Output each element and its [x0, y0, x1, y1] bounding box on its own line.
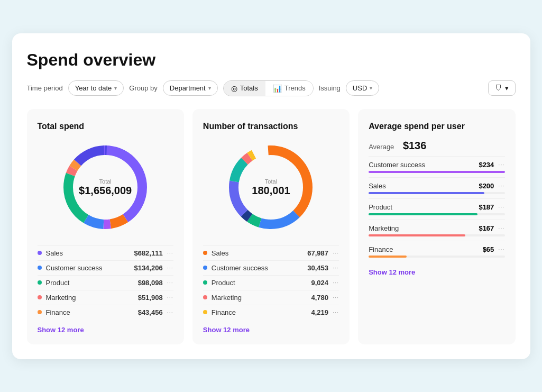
legend-value: $98,098 — [138, 279, 163, 287]
avg-row-val: $234 — [479, 161, 494, 169]
time-period-button[interactable]: Year to date ▾ — [68, 80, 124, 96]
legend-row: Product 9,024 ··· — [203, 275, 339, 290]
legend-more-icon[interactable]: ··· — [167, 250, 173, 256]
avg-row-more-icon[interactable]: ··· — [498, 204, 504, 210]
time-period-label: Time period — [27, 84, 63, 92]
total-spend-donut-label: Total $1,656,009 — [79, 178, 132, 196]
legend-more-icon[interactable]: ··· — [333, 250, 339, 256]
legend-row: Marketing 4,780 ··· — [203, 290, 339, 305]
legend-dot — [203, 251, 207, 255]
legend-name: Finance — [212, 308, 311, 316]
legend-dot — [203, 280, 207, 285]
legend-dot — [203, 266, 207, 270]
legend-more-icon[interactable]: ··· — [333, 309, 339, 315]
legend-more-icon[interactable]: ··· — [167, 265, 173, 271]
total-spend-donut-wrapper: Total $1,656,009 — [38, 140, 173, 235]
legend-more-icon[interactable]: ··· — [333, 294, 339, 300]
avg-row-top: Marketing $167 ··· — [369, 224, 504, 232]
totals-toggle-button[interactable]: ◎ Totals — [224, 81, 265, 96]
avg-row-val: $167 — [479, 224, 494, 232]
legend-value: 9,024 — [311, 279, 328, 287]
avg-row-name: Finance — [369, 245, 393, 253]
avg-bar-fill — [369, 256, 407, 258]
avg-row-more-icon[interactable]: ··· — [498, 161, 504, 168]
legend-value: $682,111 — [134, 249, 162, 257]
chevron-down-icon-2: ▾ — [208, 85, 211, 91]
legend-name: Product — [212, 279, 311, 287]
avg-row-top: Finance $65 ··· — [369, 245, 504, 253]
legend-dot — [38, 280, 42, 285]
chevron-down-icon: ▾ — [114, 85, 117, 91]
avg-spend-row: Marketing $167 ··· — [369, 220, 504, 241]
avg-spend-rows: Customer success $234 ··· Sales $200 ···… — [369, 156, 504, 262]
legend-dot — [38, 310, 42, 314]
cards-row: Total spend — [27, 109, 516, 344]
avg-bar-track — [369, 234, 504, 236]
total-spend-card: Total spend — [27, 109, 184, 344]
legend-more-icon[interactable]: ··· — [167, 309, 173, 315]
trends-toggle-button[interactable]: 📊 Trends — [265, 81, 313, 96]
currency-button[interactable]: USD ▾ — [346, 80, 379, 96]
num-transactions-donut-wrapper: Total 180,001 — [203, 140, 339, 235]
avg-bar-track — [369, 256, 504, 258]
num-transactions-donut: Total 180,001 — [223, 140, 318, 235]
legend-name: Product — [46, 279, 138, 287]
group-by-button[interactable]: Department ▾ — [163, 80, 218, 96]
avg-row-more-icon[interactable]: ··· — [498, 225, 504, 231]
avg-row-top: Sales $200 ··· — [369, 182, 504, 190]
filter-icon: ⛉ — [495, 84, 502, 92]
legend-more-icon[interactable]: ··· — [333, 279, 339, 286]
legend-value: 30,453 — [307, 264, 328, 272]
avg-row-more-icon[interactable]: ··· — [498, 183, 504, 189]
avg-bar-track — [369, 192, 504, 194]
legend-name: Sales — [212, 249, 307, 257]
legend-more-icon[interactable]: ··· — [167, 294, 173, 300]
legend-name: Marketing — [212, 294, 311, 302]
avg-spend-row: Product $187 ··· — [369, 198, 504, 220]
num-transactions-legend: Sales 67,987 ··· Customer success 30,453… — [203, 245, 339, 320]
legend-value: $43,456 — [138, 308, 163, 316]
num-transactions-show-more[interactable]: Show 12 more — [203, 326, 339, 334]
legend-name: Customer success — [212, 264, 307, 272]
avg-bar-track — [369, 171, 504, 173]
avg-bar-fill — [369, 171, 504, 173]
avg-row-name: Customer success — [369, 161, 425, 169]
avg-spend-show-more[interactable]: Show 12 more — [369, 268, 504, 276]
avg-row-val: $65 — [483, 245, 494, 253]
num-transactions-donut-label: Total 180,001 — [252, 178, 290, 196]
avg-row-name: Product — [369, 203, 392, 211]
issuing-label: Issuing — [319, 84, 341, 92]
legend-row: Product $98,098 ··· — [38, 275, 173, 290]
avg-spend-header: Average $136 — [369, 140, 504, 152]
avg-row-name: Sales — [369, 182, 386, 190]
main-card: Spend overview Time period Year to date … — [12, 33, 530, 359]
legend-dot — [38, 251, 42, 255]
avg-spend-row: Sales $200 ··· — [369, 177, 504, 198]
avg-spend-card: Average spend per user Average $136 Cust… — [358, 109, 515, 344]
legend-dot — [203, 295, 207, 299]
total-spend-show-more[interactable]: Show 12 more — [38, 326, 173, 334]
legend-row: Marketing $51,908 ··· — [38, 290, 173, 305]
avg-row-more-icon[interactable]: ··· — [498, 246, 504, 252]
num-transactions-title: Number of transactions — [203, 122, 339, 131]
avg-row-val: $187 — [479, 203, 494, 211]
avg-bar-track — [369, 213, 504, 215]
chevron-down-icon-3: ▾ — [370, 85, 372, 91]
legend-more-icon[interactable]: ··· — [167, 279, 173, 286]
total-spend-title: Total spend — [38, 122, 173, 131]
legend-value: 67,987 — [307, 249, 328, 257]
legend-name: Sales — [46, 249, 134, 257]
filter-button[interactable]: ⛉ ▾ — [488, 80, 516, 96]
toolbar: Time period Year to date ▾ Group by Depa… — [27, 80, 516, 96]
legend-row: Sales $682,111 ··· — [38, 245, 173, 260]
legend-value: $51,908 — [138, 294, 163, 302]
legend-row: Finance $43,456 ··· — [38, 305, 173, 320]
avg-spend-row: Customer success $234 ··· — [369, 156, 504, 177]
view-toggle: ◎ Totals 📊 Trends — [223, 80, 314, 96]
total-spend-donut: Total $1,656,009 — [58, 140, 153, 235]
legend-more-icon[interactable]: ··· — [333, 265, 339, 271]
chevron-down-icon-4: ▾ — [505, 84, 509, 92]
legend-value: 4,219 — [311, 308, 328, 316]
totals-icon: ◎ — [231, 84, 237, 93]
num-transactions-card: Number of transactions — [192, 109, 350, 344]
